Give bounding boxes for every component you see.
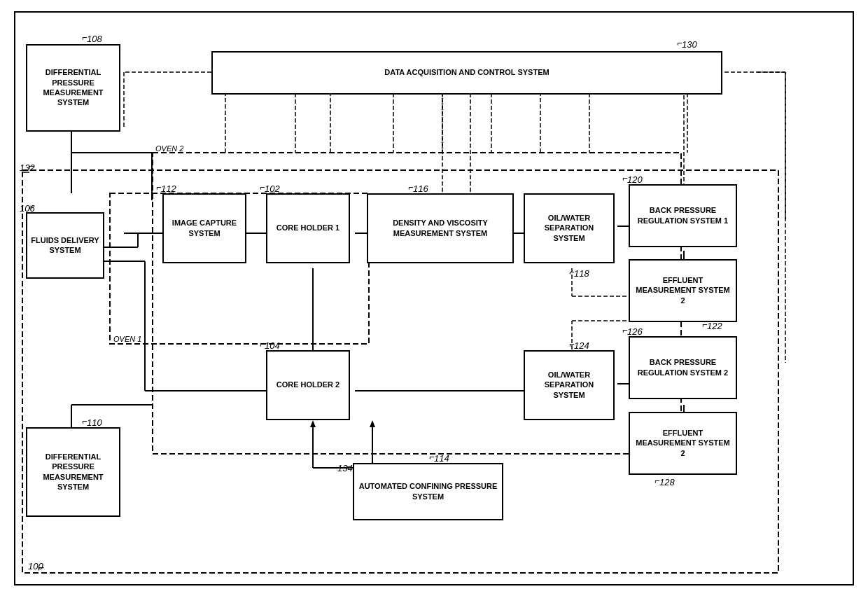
oven1-label: OVEN 1: [113, 335, 141, 343]
ref-124: 124: [574, 340, 589, 351]
oil-water-sep-1-block: OIL/WATER SEPARATION SYSTEM: [524, 193, 615, 263]
ref-116: 116: [413, 183, 428, 194]
ref-120: 120: [627, 174, 643, 185]
ref-122: 122: [707, 321, 722, 331]
back-pressure-1-block: BACK PRESSURE REGULATION SYSTEM 1: [629, 184, 737, 247]
ref-102: 102: [265, 183, 280, 194]
ref-118: 118: [574, 268, 589, 279]
svg-marker-45: [310, 420, 316, 427]
core-holder-2-block: CORE HOLDER 2: [266, 350, 350, 420]
effluent-2-block: EFFLUENT MEASUREMENT SYSTEM 2: [629, 412, 737, 475]
ref-128: 128: [659, 477, 675, 487]
effluent-1-block: EFFLUENT MEASUREMENT SYSTEM 2: [629, 259, 737, 322]
image-capture-block: IMAGE CAPTURE SYSTEM: [162, 193, 246, 263]
data-acquisition-block: DATA ACQUISITION AND CONTROL SYSTEM: [211, 51, 722, 95]
ref-114: 114: [434, 453, 449, 464]
diff-pressure-top-block: DIFFERENTIAL PRESSURE MEASUREMENT SYSTEM: [26, 44, 120, 132]
core-holder-1-block: CORE HOLDER 1: [266, 193, 350, 263]
oven2-label: OVEN 2: [155, 144, 183, 153]
back-pressure-2-block: BACK PRESSURE REGULATION SYSTEM 2: [629, 336, 737, 399]
ref-104: 104: [265, 340, 280, 351]
ref-100-bracket: ⌐: [38, 562, 44, 574]
ref-126: 126: [627, 326, 643, 337]
ref-108: 108: [87, 34, 102, 44]
svg-marker-47: [370, 420, 375, 427]
diff-pressure-bot-block: DIFFERENTIAL PRESSURE MEASUREMENT SYSTEM: [26, 427, 120, 517]
fluids-delivery-block: FLUIDS DELIVERY SYSTEM: [26, 212, 104, 279]
density-viscosity-block: DENSITY AND VISCOSITY MEASUREMENT SYSTEM: [367, 193, 514, 263]
ref-130: 130: [682, 39, 697, 50]
oil-water-sep-2-block: OIL/WATER SEPARATION SYSTEM: [524, 350, 615, 420]
ref-110: 110: [87, 417, 102, 428]
automated-confining-block: AUTOMATED CONFINING PRESSURE SYSTEM: [353, 463, 503, 520]
ref-112: 112: [161, 183, 176, 194]
diagram-container: 100 ⌐ DIFFERENTIAL PRESSURE MEASUREMENT …: [14, 11, 854, 585]
